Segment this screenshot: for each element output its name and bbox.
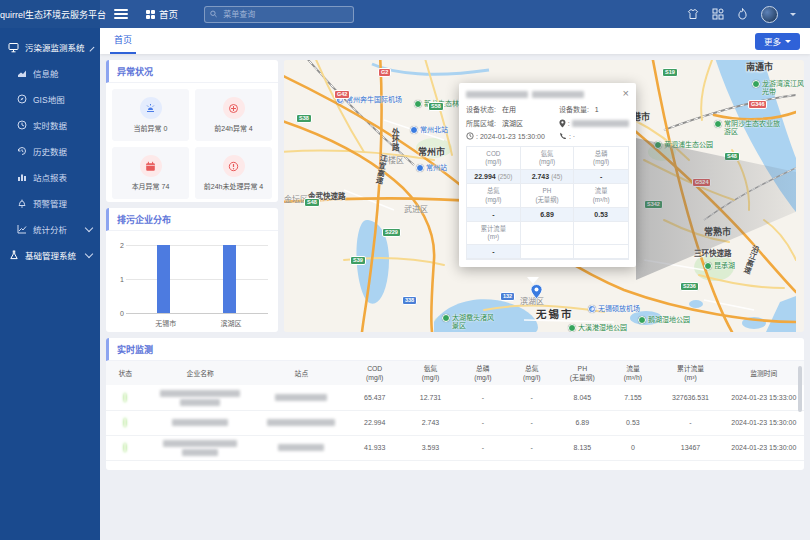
table-row[interactable]: 41.933 3.593 - - 8.135 0 13467 2024-01-2… <box>106 435 804 460</box>
road-shield: S19 <box>662 68 678 77</box>
road-shield: G42 <box>334 90 350 99</box>
user-avatar[interactable] <box>761 6 778 23</box>
chevron-up-icon <box>89 46 94 51</box>
target-alert-icon <box>223 97 245 119</box>
redacted-company-name <box>145 440 255 456</box>
panel-title-abnormal: 异常状况 <box>106 60 278 83</box>
main-area: 首页 更多 异常状况 当前异常 0 <box>100 28 810 540</box>
road-shield: S58 <box>428 102 444 111</box>
status-online-dot <box>124 443 126 452</box>
road-shield: 132 <box>500 292 515 301</box>
sidebar-item-info-cabin[interactable]: 信息舱 <box>0 60 100 86</box>
map-label-poi-green: 龙游湾滨江风光带 <box>752 80 804 95</box>
search-input[interactable] <box>221 9 348 20</box>
table-row[interactable]: 22.994 2.743 - - 6.89 0.53 - 2024-01-23 … <box>106 410 804 435</box>
redacted-company-name <box>145 390 255 406</box>
more-button[interactable]: 更多 <box>755 33 800 50</box>
road-shield: 338 <box>402 296 417 305</box>
bar-chart: 2 1 0 无锡市 滨湖区 <box>126 241 268 330</box>
popup-metrics-table: COD(mg/l) 氨氮(mg/l) 总磷(mg/l) 22.994 (250)… <box>466 146 629 260</box>
map-label-city-big: 无锡市 <box>536 309 574 321</box>
poi-blue-icon <box>416 164 424 172</box>
map-label-poi-green: 昆承湖 <box>704 262 735 270</box>
exclamation-circle-icon <box>223 155 245 177</box>
chevron-down-icon <box>85 223 93 231</box>
sidebar-item-alert-management[interactable]: 预警管理 <box>0 190 100 216</box>
map-label-poi-green: 鹅湖湿地公园 <box>638 316 690 324</box>
road-shield: S229 <box>382 228 401 237</box>
map-label-city: 南通市 <box>746 63 773 73</box>
chevron-down-icon <box>785 40 791 46</box>
flame-icon[interactable] <box>736 8 749 21</box>
road-shield: S38 <box>296 114 312 123</box>
poi-green-icon <box>714 120 722 128</box>
trend-chart-icon <box>16 224 27 235</box>
status-online-dot <box>124 393 126 402</box>
calendar-icon <box>140 155 162 177</box>
table-scrollbar[interactable] <box>798 366 802 412</box>
breadcrumb[interactable]: 首页 <box>146 7 178 21</box>
phone-icon <box>559 132 567 140</box>
breadcrumb-home: 首页 <box>159 7 178 21</box>
theme-skin-icon[interactable] <box>686 8 699 21</box>
poi-blue-icon <box>410 126 418 134</box>
stat-current-abnormal: 当前异常 0 <box>112 89 189 141</box>
top-bar: Squirrel生态环境云服务平台 首页 <box>0 0 810 28</box>
home-grid-icon <box>146 10 155 19</box>
poi-green-icon <box>704 262 712 270</box>
region-value: 滨湖区 <box>502 118 523 128</box>
redacted-station-title <box>466 89 619 98</box>
sidebar-section-basic-management[interactable]: 基础管理系统 <box>0 242 100 268</box>
sidebar-item-history-data[interactable]: 历史数据 <box>0 138 100 164</box>
monitor-system-icon <box>8 42 19 53</box>
sidebar-item-statistics[interactable]: 统计分析 <box>0 216 100 242</box>
info-cabin-icon <box>16 68 27 79</box>
hamburger-menu-icon[interactable] <box>114 9 128 19</box>
bar-binhu <box>223 245 236 313</box>
popup-time: : 2024-01-23 15:30:00 <box>476 133 545 140</box>
popup-phone: : · <box>569 133 575 140</box>
monitor-table: 状态 企业名称 站点 COD(mg/l) 氨氮(mg/l) 总磷(mg/l) 总… <box>106 361 804 461</box>
panel-title-monitor: 实时监测 <box>106 338 804 361</box>
sidebar: 污染源监测系统 信息舱 GIS地图 实时数据 历史数据 <box>0 28 100 540</box>
realtime-monitor-panel: 实时监测 状态 企业名称 站点 COD(mg/l) 氨氮(mg/l) 总磷(mg… <box>106 338 804 470</box>
map-label-poi-blue: 常州站 <box>416 164 447 172</box>
pin-icon <box>559 119 566 128</box>
sidebar-item-station-report[interactable]: 站点报表 <box>0 164 100 190</box>
gis-map[interactable]: ✈常州奔牛国际机场新龙生态林常州北站常州市钟楼区常州站金坛区金武快速路武进区南通… <box>284 60 804 332</box>
redacted-address <box>572 120 629 127</box>
poi-green-icon <box>638 316 646 324</box>
enterprise-distribution-panel: 排污企业分布 2 1 0 无锡市 滨湖区 <box>106 208 278 332</box>
map-label-poi-green: 太湖鼋头渚风景区 <box>442 314 498 329</box>
table-header-row: 状态 企业名称 站点 COD(mg/l) 氨氮(mg/l) 总磷(mg/l) 总… <box>106 361 804 385</box>
road-shield: S48 <box>304 198 320 207</box>
redacted-station-name <box>257 394 346 401</box>
menu-search[interactable] <box>204 6 354 23</box>
table-row[interactable]: 65.437 12.731 - - 8.045 7.155 327636.531… <box>106 385 804 410</box>
alarm-bell-icon <box>16 198 27 209</box>
sidebar-item-gis-map[interactable]: GIS地图 <box>0 86 100 112</box>
clock-icon <box>16 120 27 131</box>
road-shield: G346 <box>748 100 767 109</box>
abnormal-status-panel: 异常状况 当前异常 0 前24h异常 4 <box>106 60 278 202</box>
compass-icon <box>16 94 27 105</box>
poi-green-icon <box>414 100 422 108</box>
road-shield: S236 <box>680 282 699 291</box>
tab-home[interactable]: 首页 <box>110 28 136 54</box>
stat-24h-unhandled: 前24h未处理异常 4 <box>195 147 272 199</box>
road-shield: S39 <box>350 256 366 265</box>
layout-icon[interactable] <box>711 8 724 21</box>
sidebar-section-pollution-monitor[interactable]: 污染源监测系统 <box>0 34 100 60</box>
search-icon <box>210 10 217 18</box>
map-label-poi-green: 大溪港湿地公园 <box>568 324 627 332</box>
redacted-company-name <box>145 419 255 426</box>
poi-blue-icon: ✈ <box>588 305 596 313</box>
sidebar-item-realtime-data[interactable]: 实时数据 <box>0 112 100 138</box>
panel-title-chart: 排污企业分布 <box>106 208 278 231</box>
close-icon[interactable]: × <box>623 89 629 98</box>
map-label-poi-blue: 常州北站 <box>410 126 448 134</box>
flask-icon <box>8 250 19 261</box>
chevron-down-icon[interactable] <box>790 13 796 19</box>
app-logo: Squirrel生态环境云服务平台 <box>0 0 100 28</box>
poi-green-icon <box>568 324 576 332</box>
